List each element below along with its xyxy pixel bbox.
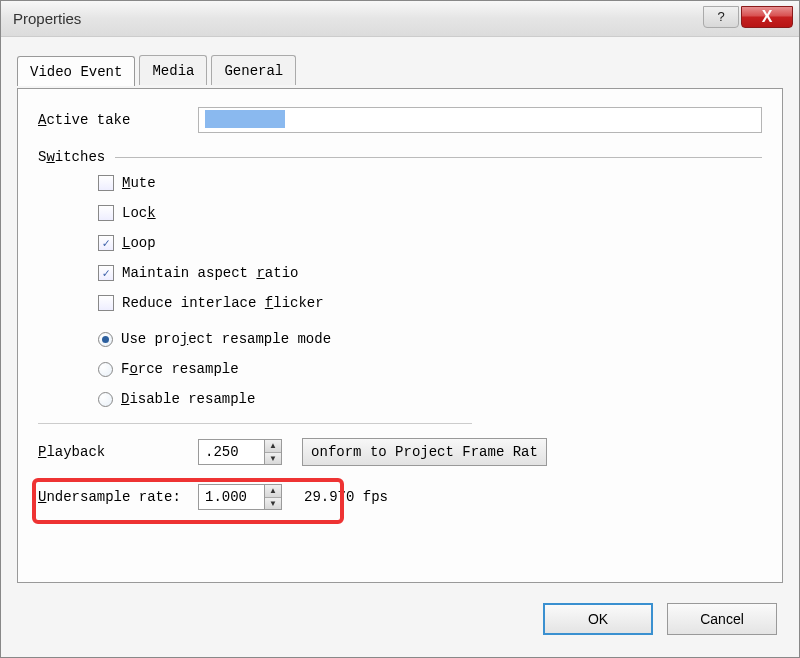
checkbox-mute[interactable]: Mute — [98, 175, 762, 191]
switches-group: Switches Mute Lock Loop — [38, 149, 762, 407]
properties-dialog: Properties ? X Video Event Media General — [0, 0, 800, 658]
tab-general[interactable]: General — [211, 55, 296, 85]
checkbox-loop[interactable]: Loop — [98, 235, 762, 251]
playback-input[interactable] — [198, 439, 264, 465]
divider — [115, 157, 762, 158]
radio-force-resample[interactable]: Force resample — [98, 361, 762, 377]
button-label: Cancel — [700, 611, 744, 627]
radio-label: Force resample — [121, 361, 239, 377]
titlebar-controls: ? X — [703, 6, 793, 28]
cancel-button[interactable]: Cancel — [667, 603, 777, 635]
playback-label: Playback — [38, 444, 198, 460]
undersample-spinner[interactable]: ▲ ▼ — [198, 484, 282, 510]
active-take-row: Active take — [38, 107, 762, 133]
playback-spinner[interactable]: ▲ ▼ — [198, 439, 282, 465]
rate-rows: Playback ▲ ▼ onform to Project Frame Rat… — [38, 438, 762, 510]
selection-highlight — [205, 110, 285, 128]
radio-use-project-resample[interactable]: Use project resample mode — [98, 331, 762, 347]
checkbox-icon — [98, 235, 114, 251]
undersample-row: Undersample rate: ▲ ▼ 29.970 fps — [38, 484, 762, 510]
checkbox-label: Reduce interlace flicker — [122, 295, 324, 311]
switches-header: Switches — [38, 149, 762, 165]
radio-icon — [98, 392, 113, 407]
close-icon: X — [762, 8, 773, 26]
playback-row: Playback ▲ ▼ onform to Project Frame Rat — [38, 438, 762, 466]
checkbox-icon — [98, 175, 114, 191]
checkbox-lock[interactable]: Lock — [98, 205, 762, 221]
spin-down-icon[interactable]: ▼ — [265, 498, 281, 510]
help-icon: ? — [717, 9, 724, 24]
switches-list: Mute Lock Loop Maintain aspect ratio — [38, 175, 762, 407]
checkbox-icon — [98, 295, 114, 311]
fps-text: 29.970 fps — [304, 489, 388, 505]
button-label: OK — [588, 611, 608, 627]
checkbox-label: Maintain aspect ratio — [122, 265, 298, 281]
spin-up-icon[interactable]: ▲ — [265, 440, 281, 453]
radio-label: Disable resample — [121, 391, 255, 407]
tab-label: General — [224, 63, 283, 79]
undersample-label: Undersample rate: — [38, 489, 198, 505]
conform-to-frame-rate-button[interactable]: onform to Project Frame Rat — [302, 438, 547, 466]
checkbox-icon — [98, 265, 114, 281]
radio-label: Use project resample mode — [121, 331, 331, 347]
switches-label: Switches — [38, 149, 105, 165]
undersample-input[interactable] — [198, 484, 264, 510]
tab-media[interactable]: Media — [139, 55, 207, 85]
divider — [38, 423, 472, 424]
tab-label: Video Event — [30, 64, 122, 80]
tab-label: Media — [152, 63, 194, 79]
tab-strip: Video Event Media General — [17, 55, 783, 85]
radio-icon — [98, 332, 113, 347]
checkbox-label: Loop — [122, 235, 156, 251]
checkbox-maintain-aspect[interactable]: Maintain aspect ratio — [98, 265, 762, 281]
client-area: Video Event Media General Active take Sw… — [17, 55, 783, 583]
spin-down-icon[interactable]: ▼ — [265, 453, 281, 465]
radio-disable-resample[interactable]: Disable resample — [98, 391, 762, 407]
titlebar: Properties ? X — [1, 1, 799, 37]
checkbox-label: Lock — [122, 205, 156, 221]
window-title: Properties — [13, 10, 81, 27]
tab-panel-video-event: Active take Switches Mute — [17, 88, 783, 583]
spin-buttons: ▲ ▼ — [264, 439, 282, 465]
close-button[interactable]: X — [741, 6, 793, 28]
active-take-input[interactable] — [198, 107, 762, 133]
help-button[interactable]: ? — [703, 6, 739, 28]
checkbox-reduce-interlace[interactable]: Reduce interlace flicker — [98, 295, 762, 311]
radio-icon — [98, 362, 113, 377]
checkbox-icon — [98, 205, 114, 221]
button-label: onform to Project Frame Rat — [311, 444, 538, 460]
ok-button[interactable]: OK — [543, 603, 653, 635]
spin-buttons: ▲ ▼ — [264, 484, 282, 510]
active-take-label: Active take — [38, 112, 198, 128]
checkbox-label: Mute — [122, 175, 156, 191]
tab-video-event[interactable]: Video Event — [17, 56, 135, 86]
dialog-footer: OK Cancel — [543, 603, 777, 635]
spin-up-icon[interactable]: ▲ — [265, 485, 281, 498]
